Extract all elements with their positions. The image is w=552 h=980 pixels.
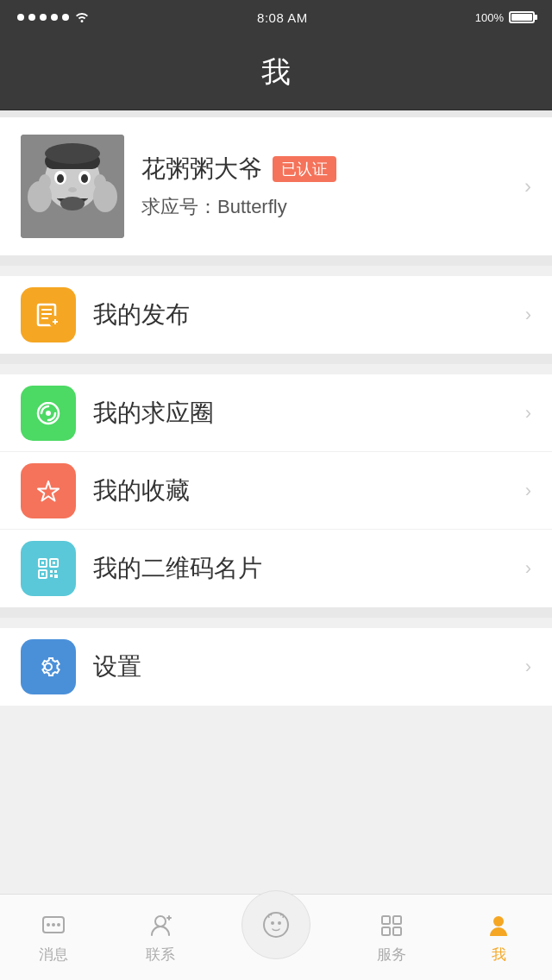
svg-rect-25 (53, 562, 55, 564)
my-circle-label: 我的求应圈 (93, 397, 508, 430)
my-qrcard-label: 我的二维码名片 (93, 552, 508, 585)
menu-section-settings: 设置 › (0, 628, 552, 706)
svg-rect-23 (41, 562, 44, 564)
profile-name: 花粥粥大爷 (141, 153, 262, 185)
svg-point-33 (47, 923, 50, 927)
tab-me[interactable]: 我 (455, 911, 542, 964)
signal-dots (17, 14, 69, 21)
page-title: 我 (261, 53, 291, 92)
settings-chevron-icon: › (525, 656, 531, 678)
svg-rect-29 (54, 570, 57, 573)
status-time: 8:08 AM (257, 10, 308, 25)
svg-point-35 (57, 923, 60, 927)
svg-rect-31 (54, 575, 58, 578)
my-posts-label: 我的发布 (93, 298, 508, 331)
separator-3 (0, 607, 552, 618)
menu-item-my-favorites[interactable]: 我的收藏 › (0, 452, 552, 530)
tab-messages[interactable]: 消息 (10, 911, 97, 964)
my-qrcard-chevron-icon: › (525, 557, 531, 580)
center-icon (257, 906, 295, 944)
profile-chevron-icon: › (524, 174, 531, 198)
battery-percent: 100% (475, 11, 504, 24)
svg-point-41 (278, 921, 281, 925)
profile-info: 花粥粥大爷 已认证 求应号：Butterfly (141, 153, 507, 220)
my-favorites-chevron-icon: › (525, 480, 531, 502)
settings-icon-wrap (21, 639, 76, 694)
svg-rect-27 (41, 573, 44, 575)
me-icon (484, 911, 513, 940)
my-favorites-icon-wrap (21, 463, 76, 518)
tab-center-circle (242, 890, 310, 959)
menu-section-2: 我的求应圈 › 我的收藏 › (0, 374, 552, 607)
tab-center[interactable] (224, 916, 328, 959)
svg-rect-44 (382, 927, 390, 935)
status-right: 100% (475, 11, 535, 24)
svg-rect-45 (393, 927, 401, 935)
svg-point-46 (493, 916, 504, 927)
menu-item-my-circle[interactable]: 我的求应圈 › (0, 374, 552, 452)
my-posts-chevron-icon: › (525, 304, 531, 326)
svg-point-39 (264, 913, 288, 937)
svg-point-8 (68, 187, 77, 192)
battery-icon (509, 11, 535, 23)
tab-services-label: 服务 (377, 945, 406, 964)
separator-1 (0, 255, 552, 266)
svg-rect-42 (382, 916, 390, 924)
my-circle-chevron-icon: › (525, 402, 531, 424)
svg-point-34 (52, 923, 55, 927)
svg-rect-30 (50, 575, 53, 577)
menu-item-my-posts[interactable]: 我的发布 › (0, 276, 552, 354)
svg-point-40 (271, 921, 274, 925)
menu-section-1: 我的发布 › (0, 276, 552, 354)
contacts-icon (146, 911, 175, 940)
services-icon (377, 911, 406, 940)
svg-point-9 (60, 197, 85, 210)
svg-point-3 (45, 143, 100, 164)
profile-name-row: 花粥粥大爷 已认证 (141, 153, 507, 185)
tab-contacts-label: 联系 (146, 945, 175, 964)
svg-point-6 (57, 174, 64, 183)
my-circle-icon-wrap (21, 386, 76, 441)
nav-bar: 我 (0, 35, 552, 110)
svg-point-12 (39, 174, 51, 190)
messages-icon (39, 911, 68, 940)
profile-id: 求应号：Butterfly (141, 194, 507, 220)
svg-rect-43 (393, 916, 401, 924)
svg-rect-28 (50, 570, 53, 573)
menu-item-settings[interactable]: 设置 › (0, 628, 552, 706)
my-posts-icon-wrap (21, 287, 76, 342)
menu-item-my-qrcard[interactable]: 我的二维码名片 › (0, 530, 552, 607)
separator-top (0, 110, 552, 117)
svg-point-21 (46, 411, 51, 416)
wifi-icon (74, 10, 90, 25)
svg-point-36 (155, 916, 166, 927)
avatar (21, 135, 124, 238)
settings-label: 设置 (93, 650, 508, 683)
my-favorites-label: 我的收藏 (93, 474, 508, 507)
verified-badge: 已认证 (273, 156, 336, 182)
tab-messages-label: 消息 (39, 945, 68, 964)
separator-2 (0, 354, 552, 364)
status-bar: 8:08 AM 100% (0, 0, 552, 35)
tab-contacts[interactable]: 联系 (117, 911, 204, 964)
status-left (17, 10, 90, 25)
my-qrcard-icon-wrap (21, 541, 76, 596)
tab-bar: 消息 联系 (0, 894, 552, 980)
tab-me-label: 我 (492, 945, 506, 964)
tab-services[interactable]: 服务 (348, 911, 435, 964)
svg-point-7 (81, 174, 88, 183)
svg-point-13 (94, 174, 106, 190)
profile-section[interactable]: 花粥粥大爷 已认证 求应号：Butterfly › (0, 117, 552, 255)
